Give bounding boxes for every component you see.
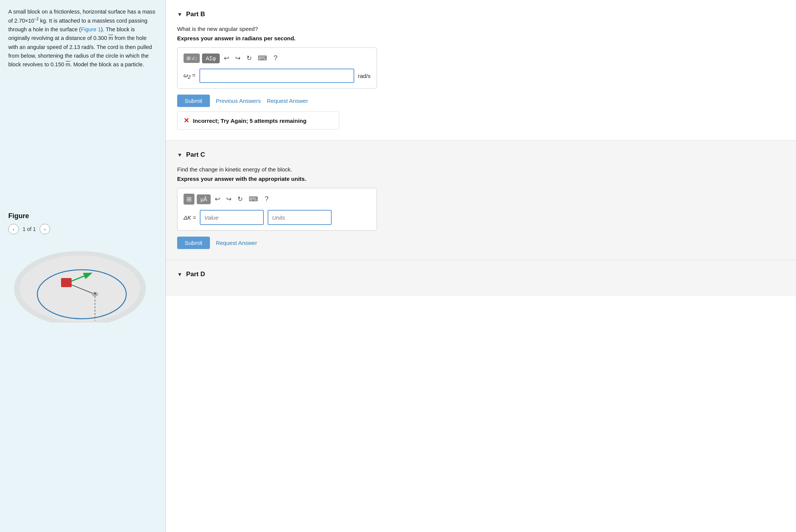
grid-icon: ⊞: [187, 196, 191, 203]
redo-icon: ↪: [235, 55, 240, 62]
part-c-question: Find the change in kinetic energy of the…: [177, 166, 781, 173]
redo-btn-c[interactable]: ↪: [224, 194, 233, 204]
part-b-title: Part B: [186, 11, 205, 18]
refresh-btn-c[interactable]: ↻: [236, 194, 245, 204]
refresh-icon-c: ↻: [237, 196, 243, 203]
undo-icon: ↩: [224, 55, 229, 62]
part-b-section: ▼ Part B What is the new angular speed? …: [166, 0, 796, 141]
part-c-header: ▼ Part C: [177, 151, 781, 159]
part-c-section: ▼ Part C Find the change in kinetic ener…: [166, 141, 796, 260]
problem-text: A small block on a frictionless, horizon…: [8, 8, 157, 69]
part-b-submit-btn[interactable]: Submit: [177, 95, 210, 107]
delta-k-label: ΔK =: [184, 214, 196, 221]
unit-icon: μÅ: [201, 196, 207, 202]
undo-btn-c[interactable]: ↩: [213, 194, 222, 204]
undo-btn[interactable]: ↩: [222, 53, 231, 63]
figure-illustration: [8, 240, 152, 323]
keyboard-icon: ⌨: [258, 55, 267, 62]
keyboard-icon-c: ⌨: [249, 196, 258, 203]
part-b-input-row: ω2 = rad/s: [184, 69, 370, 83]
part-c-action-row: Submit Request Answer: [177, 237, 781, 249]
part-c-instruction: Express your answer with the appropriate…: [177, 176, 781, 182]
error-message: Incorrect; Try Again; 5 attempts remaini…: [193, 118, 306, 124]
figure-next-btn[interactable]: ›: [40, 224, 50, 234]
error-icon: ✕: [184, 116, 189, 125]
part-d-section: ▼ Part D: [166, 260, 796, 296]
figure-section: Figure ‹ 1 of 1 ›: [8, 212, 157, 324]
formula-matrix-btn[interactable]: ⊞ √□: [184, 54, 200, 63]
formula-sqrt-icon: √□: [191, 56, 197, 61]
right-panel: ▼ Part B What is the new angular speed? …: [166, 0, 796, 532]
formula-matrix-icon: ⊞: [187, 55, 191, 61]
help-btn-b[interactable]: ?: [271, 53, 280, 63]
previous-answers-link[interactable]: Previous Answers: [216, 98, 261, 104]
part-b-instruction: Express your answer in radians per secon…: [177, 35, 781, 41]
part-d-collapse[interactable]: ▼: [177, 271, 182, 277]
part-b-unit: rad/s: [358, 73, 370, 79]
figure-label: Figure: [8, 212, 157, 220]
greek-icon: ΑΣφ: [206, 55, 216, 61]
figure-link[interactable]: Figure 1: [81, 26, 101, 32]
part-c-submit-btn[interactable]: Submit: [177, 237, 210, 249]
figure-prev-btn[interactable]: ‹: [8, 224, 19, 234]
refresh-btn[interactable]: ↻: [245, 53, 254, 63]
request-answer-link-c[interactable]: Request Answer: [216, 240, 257, 246]
part-d-title: Part D: [186, 271, 205, 278]
part-c-answer-box: ⊞ μÅ ↩ ↪ ↻ ⌨ ?: [177, 188, 377, 231]
svg-rect-6: [61, 278, 72, 287]
redo-btn[interactable]: ↪: [233, 53, 242, 63]
svg-point-1: [20, 255, 140, 322]
help-btn-c[interactable]: ?: [262, 194, 271, 204]
part-c-collapse[interactable]: ▼: [177, 152, 182, 158]
refresh-icon: ↻: [246, 55, 252, 62]
part-d-header: ▼ Part D: [177, 271, 781, 278]
svg-point-5: [94, 292, 96, 295]
omega-input[interactable]: [199, 69, 354, 83]
unit-btn-c[interactable]: μÅ: [197, 194, 211, 204]
part-b-action-row: Submit Previous Answers Request Answer: [177, 95, 781, 107]
omega-label: ω2 =: [184, 72, 196, 80]
part-c-title: Part C: [186, 151, 205, 159]
part-b-toolbar: ⊞ √□ ΑΣφ ↩ ↪ ↻ ⌨ ?: [184, 53, 370, 63]
figure-nav: ‹ 1 of 1 ›: [8, 224, 157, 234]
greek-symbols-btn[interactable]: ΑΣφ: [202, 54, 220, 63]
part-c-toolbar: ⊞ μÅ ↩ ↪ ↻ ⌨ ?: [184, 194, 370, 205]
undo-icon-c: ↩: [215, 196, 220, 203]
value-input[interactable]: [200, 210, 264, 225]
part-c-input-row: ΔK =: [184, 210, 370, 225]
left-panel: A small block on a frictionless, horizon…: [0, 0, 166, 532]
part-b-header: ▼ Part B: [177, 11, 781, 18]
help-icon: ?: [274, 54, 277, 62]
help-icon-c: ?: [265, 195, 268, 203]
keyboard-btn[interactable]: ⌨: [256, 53, 269, 63]
request-answer-link-b[interactable]: Request Answer: [267, 98, 308, 104]
error-box: ✕ Incorrect; Try Again; 5 attempts remai…: [177, 112, 339, 130]
part-b-answer-box: ⊞ √□ ΑΣφ ↩ ↪ ↻ ⌨ ?: [177, 47, 377, 89]
figure-count: 1 of 1: [23, 226, 36, 232]
part-b-question: What is the new angular speed?: [177, 26, 781, 32]
redo-icon-c: ↪: [226, 196, 231, 203]
keyboard-btn-c[interactable]: ⌨: [247, 194, 260, 204]
grid-btn-c[interactable]: ⊞: [184, 194, 194, 205]
part-b-collapse[interactable]: ▼: [177, 11, 182, 17]
units-input[interactable]: [268, 210, 332, 225]
